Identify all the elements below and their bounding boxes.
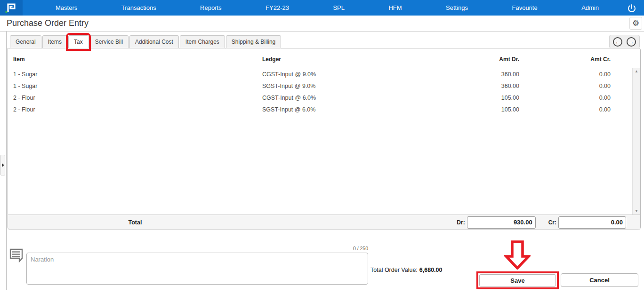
tab-items[interactable]: Items [42,35,67,48]
save-button[interactable]: Save [479,274,556,286]
nav-menu: Masters Transactions Reports FY22-23 SPL… [23,4,627,11]
cell-item: 2 - Flour [8,95,262,101]
tax-grid-panel: Item Ledger Amt Dr. Amt Cr. 1 - Sugar CG… [8,48,641,230]
table-row[interactable]: 1 - Sugar CGST-Input @ 9.0% 360.00 0.00 [8,68,632,80]
narration-char-counter: 0 / 250 [26,246,368,251]
tab-service-bill[interactable]: Service Bill [89,35,129,48]
left-collapse-strip [0,32,7,290]
cell-ledger: SGST-Input @ 6.0% [262,106,439,113]
cell-item: 1 - Sugar [8,83,262,89]
nav-item-transactions[interactable]: Transactions [121,4,156,11]
nav-item-spl[interactable]: SPL [333,4,345,11]
title-bar: Purchase Order Entry ⚙ [0,16,644,32]
cell-ledger: CGST-Input @ 9.0% [262,71,439,78]
body-region: General Items Tax Service Bill Additiona… [0,32,644,290]
total-dr-input[interactable] [467,216,536,229]
column-header-item: Item [8,56,262,63]
nav-item-reports[interactable]: Reports [200,4,222,11]
logo-r-icon [4,1,18,15]
narration-note-icon [8,247,24,264]
tab-tax[interactable]: Tax [68,35,89,48]
table-row[interactable]: 2 - Flour CGST-Input @ 6.0% 105.00 0.00 [8,92,632,103]
app-logo[interactable] [0,0,23,16]
narration-textarea[interactable] [26,253,368,285]
cell-amt-cr: 0.00 [533,95,632,101]
cell-item: 1 - Sugar [8,71,262,78]
nav-item-favourite[interactable]: Favourite [512,4,537,11]
total-order-label: Total Order Value: [370,267,418,273]
cell-amt-dr: 360.00 [439,71,533,78]
tab-shipping-billing[interactable]: Shipping & Billing [226,35,281,48]
table-row[interactable]: 1 - Sugar SGST-Input @ 9.0% 360.00 0.00 [8,80,632,92]
cell-item: 2 - Flour [8,106,262,113]
total-cr-label: Cr: [548,219,556,226]
vertical-scrollbar[interactable]: ▲ ▼ [632,68,640,215]
total-cr-input[interactable] [558,216,626,229]
nav-item-masters[interactable]: Masters [56,4,77,11]
cell-ledger: CGST-Input @ 6.0% [262,95,439,101]
total-label: Total [8,219,262,226]
scroll-up-icon[interactable]: ▲ [635,70,638,73]
cell-amt-cr: 0.00 [533,83,632,89]
total-order-value: Total Order Value:6,680.00 [370,267,443,273]
cell-amt-cr: 0.00 [533,71,632,78]
tab-strip: General Items Tax Service Bill Additiona… [10,35,640,48]
nav-item-settings[interactable]: Settings [446,4,468,11]
gear-icon[interactable]: ⚙ [629,17,642,30]
next-arrow-icon[interactable]: → [627,37,636,47]
purchase-order-form: General Items Tax Service Bill Additiona… [7,32,644,290]
nav-item-admin[interactable]: Admin [581,4,599,11]
chevron-right-icon [2,163,4,167]
sidebar-expand-handle[interactable] [0,155,5,175]
cancel-button[interactable]: Cancel [561,273,638,287]
column-header-ledger: Ledger [262,56,439,63]
total-dr-label: Dr: [457,219,465,226]
tab-general[interactable]: General [10,35,41,48]
red-arrow-annotation [504,240,531,271]
grid-header-row: Item Ledger Amt Dr. Amt Cr. [8,48,632,68]
tab-nav-arrows: ← → [609,35,640,48]
table-row[interactable]: 2 - Flour SGST-Input @ 6.0% 105.00 0.00 [8,103,632,115]
nav-item-hfm[interactable]: HFM [388,4,402,11]
grid-body: 1 - Sugar CGST-Input @ 9.0% 360.00 0.00 … [8,68,640,215]
page-title: Purchase Order Entry [7,18,89,28]
red-box-annotation: Save [476,271,559,289]
cell-ledger: SGST-Input @ 9.0% [262,83,439,89]
scroll-down-icon[interactable]: ▼ [635,209,638,213]
cell-amt-cr: 0.00 [533,106,632,113]
nav-item-fy22-23[interactable]: FY22-23 [266,4,289,11]
cell-amt-dr: 360.00 [439,83,533,89]
cell-amt-dr: 105.00 [439,95,533,101]
total-order-amount: 6,680.00 [419,267,443,273]
column-header-amt-cr: Amt Cr. [533,56,632,63]
top-navbar: Masters Transactions Reports FY22-23 SPL… [0,0,644,16]
grid-rows: 1 - Sugar CGST-Input @ 9.0% 360.00 0.00 … [8,68,632,115]
cell-amt-dr: 105.00 [439,106,533,113]
grid-total-row: Total Dr: Cr: [8,215,640,230]
prev-arrow-icon[interactable]: ← [613,37,622,47]
tab-item-charges[interactable]: Item Charges [180,35,225,48]
tab-additional-cost[interactable]: Additional Cost [129,35,179,48]
column-header-amt-dr: Amt Dr. [439,56,533,63]
power-icon[interactable] [627,3,636,13]
